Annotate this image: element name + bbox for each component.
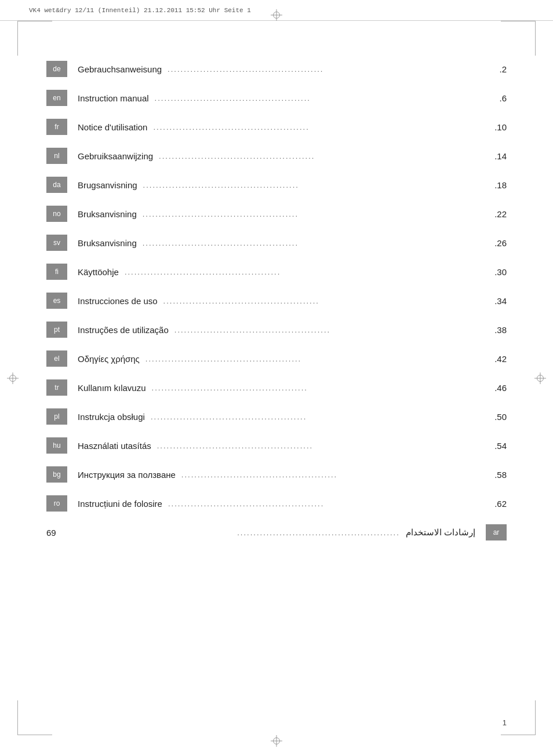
toc-page: .42 [490, 354, 507, 364]
lang-badge: pt [46, 322, 67, 338]
lang-badge: bg [46, 466, 67, 483]
lang-badge: sv [46, 235, 67, 251]
toc-item: pt Instruções de utilização ............… [46, 319, 507, 341]
toc-page: .34 [490, 296, 507, 306]
lang-badge-ar: ar [486, 524, 507, 540]
toc-item: de Gebrauchsanweisung ..................… [46, 58, 507, 80]
toc-label: Instruções de utilização ...............… [78, 325, 507, 335]
toc-dots: ........................................… [181, 470, 485, 479]
border-left-top [17, 21, 18, 56]
lang-badge: tr [46, 379, 67, 396]
lang-badge: nl [46, 148, 67, 164]
toc-label: Kullanım kılavuzu ......................… [78, 383, 507, 393]
toc-page: .62 [490, 499, 507, 509]
toc-page: .6 [490, 93, 507, 103]
toc-label: Instrukcja obsługi .....................… [78, 412, 507, 422]
reg-mark-right [534, 372, 546, 384]
toc-label: Gebruiksaanwijzing .....................… [78, 151, 507, 161]
border-bottom-left [17, 735, 52, 735]
toc-item-ar: ar إرشادات الاستخدام ...................… [46, 521, 507, 543]
toc-page: .38 [490, 325, 507, 335]
toc-item: sv Bruksanvisning ......................… [46, 232, 507, 254]
toc-page: .46 [490, 383, 507, 393]
header-text: VK4 wet&dry 12/11 (Innenteil) 21.12.2011… [29, 7, 251, 14]
border-right-bottom [535, 700, 536, 735]
toc-label: Notice d'utilisation ...................… [78, 122, 507, 132]
toc-label: Οδηγίες χρήσης .........................… [78, 354, 507, 364]
toc-page: .14 [490, 151, 507, 161]
toc-dots: ........................................… [168, 499, 485, 508]
toc-item: en Instruction manual ..................… [46, 87, 507, 109]
toc-label: Instrucciones de uso ...................… [78, 296, 507, 306]
toc-page: .30 [490, 267, 507, 277]
lang-badge: no [46, 206, 67, 222]
lang-badge: da [46, 177, 67, 193]
toc-dots: ........................................… [152, 384, 485, 392]
lang-badge: de [46, 61, 67, 77]
toc-item: hu Használati utasítás .................… [46, 434, 507, 456]
toc-dots: ........................................… [125, 268, 485, 276]
toc-label: Instrucțiuni de folosire ...............… [78, 499, 507, 509]
toc-item: ro Instrucțiuni de folosire ............… [46, 492, 507, 514]
lang-badge: fr [46, 119, 67, 135]
toc-item: fi Käyttöohje ..........................… [46, 261, 507, 283]
toc-dots: ........................................… [145, 355, 485, 363]
toc-list: de Gebrauchsanweisung ..................… [46, 58, 507, 514]
toc-page: .50 [490, 412, 507, 422]
toc-label: Bruksanvisning .........................… [78, 238, 507, 248]
toc-dots: ........................................… [174, 326, 485, 334]
border-right-top [535, 21, 536, 56]
toc-dots-ar: ........................................… [73, 528, 400, 537]
toc-label: Bruksanvisning .........................… [78, 209, 507, 219]
lang-badge: pl [46, 408, 67, 425]
toc-dots: ........................................… [155, 94, 485, 103]
toc-page: .58 [490, 470, 507, 480]
toc-dots: ........................................… [153, 123, 485, 132]
page: VK4 wet&dry 12/11 (Innenteil) 21.12.2011… [0, 0, 553, 756]
toc-page: .26 [490, 238, 507, 248]
lang-badge: fi [46, 264, 67, 280]
toc-label: Инструкция за ползване .................… [78, 470, 507, 480]
toc-label: Használati utasítás ....................… [78, 441, 507, 451]
toc-item: el Οδηγίες χρήσης ......................… [46, 348, 507, 370]
border-left-bottom [17, 700, 18, 735]
toc-page: .18 [490, 180, 507, 190]
toc-item: nl Gebruiksaanwijzing ..................… [46, 145, 507, 167]
toc-label: Instruction manual .....................… [78, 93, 507, 103]
border-top-right [501, 21, 536, 21]
toc-dots: ........................................… [143, 239, 485, 247]
toc-page-ar: 69 [46, 528, 63, 538]
toc-label: Käyttöohje .............................… [78, 267, 507, 277]
toc-item: pl Instrukcja obsługi ..................… [46, 406, 507, 428]
border-top-left [17, 21, 52, 21]
toc-item: bg Инструкция за ползване ..............… [46, 463, 507, 485]
toc-item: da Brugsanvisning ......................… [46, 174, 507, 196]
toc-item: fr Notice d'utilisation ................… [46, 116, 507, 138]
toc-page: .22 [490, 209, 507, 219]
toc-dots: ........................................… [143, 210, 485, 218]
lang-badge: hu [46, 437, 67, 454]
toc-dots: ........................................… [151, 412, 485, 421]
reg-mark-bottom [271, 735, 282, 747]
lang-badge: en [46, 90, 67, 106]
reg-mark-left [7, 372, 19, 384]
lang-badge: es [46, 293, 67, 309]
lang-badge: el [46, 350, 67, 367]
page-number: 1 [503, 718, 507, 727]
toc-page: .2 [490, 64, 507, 74]
toc-item: es Instrucciones de uso ................… [46, 290, 507, 312]
toc-page: .54 [490, 441, 507, 451]
lang-badge: ro [46, 495, 67, 512]
toc-content: de Gebrauchsanweisung ..................… [46, 46, 507, 710]
toc-item: tr Kullanım kılavuzu ...................… [46, 377, 507, 399]
reg-mark-top [271, 9, 282, 21]
toc-dots: ........................................… [168, 65, 485, 74]
toc-dots: ........................................… [157, 441, 485, 450]
toc-page: .10 [490, 122, 507, 132]
toc-label-ar: إرشادات الاستخدام ......................… [46, 527, 475, 538]
toc-label: Brugsanvisning .........................… [78, 180, 507, 190]
toc-dots: ........................................… [159, 152, 485, 160]
toc-label: Gebrauchsanweisung .....................… [78, 64, 507, 74]
border-bottom-right [501, 735, 536, 735]
toc-item: no Bruksanvisning ......................… [46, 203, 507, 225]
